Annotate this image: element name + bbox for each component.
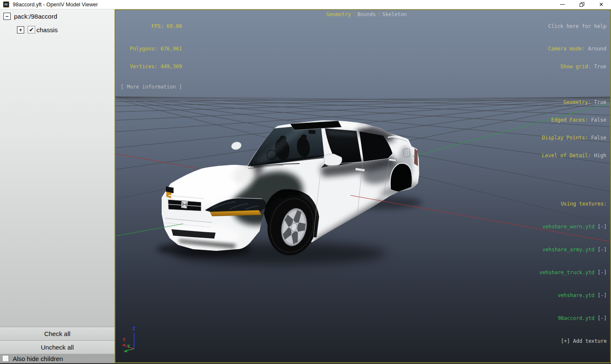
close-icon: ✕ <box>599 2 604 7</box>
also-hide-children-row[interactable]: Also hide children <box>0 354 115 363</box>
check-all-button[interactable]: Check all <box>0 327 115 340</box>
spacer <box>542 81 606 87</box>
model-tree-panel: − pack:/98accord + ✔ chassis Check all U… <box>0 9 115 363</box>
tree-item-chassis[interactable]: + ✔ chassis <box>17 26 58 33</box>
restore-icon <box>580 2 584 7</box>
texture-name: vehshare_worn.ytd <box>542 224 594 230</box>
remove-texture-button[interactable]: [-] <box>597 224 607 230</box>
texture-name: vehshare_army.ytd <box>542 247 594 253</box>
sidebar-footer: Check all Uncheck all Also hide children <box>0 327 115 363</box>
tab-separator: | <box>351 11 357 17</box>
tab-geometry[interactable]: Geometry <box>326 11 351 17</box>
texture-row: vehshare.ytd [-] <box>539 292 607 299</box>
3d-scene[interactable] <box>115 10 610 362</box>
also-hide-children-checkbox[interactable] <box>2 355 9 362</box>
more-information-link[interactable]: [ More information ] <box>120 84 182 90</box>
texture-row: vehshare_worn.ytd [-] <box>539 223 607 231</box>
setting-show-grid[interactable]: Show grid: True <box>542 64 606 69</box>
close-button[interactable]: ✕ <box>591 0 611 9</box>
render-stats: FPS: 60.08 Polygons: 676,961 Vertices: 4… <box>120 11 182 102</box>
window-controls: ✕ <box>552 0 611 9</box>
restore-button[interactable] <box>572 0 591 9</box>
openiv-model-viewer-window: IV 98accord.yft - OpenIV Model Viewer ✕ … <box>0 0 611 364</box>
minimize-icon <box>560 4 565 5</box>
axis-gizmo: Z X Y <box>115 322 156 362</box>
remove-texture-button[interactable]: [-] <box>597 315 607 321</box>
view-mode-tabs: Geometry|Bounds|Skeleton <box>115 11 610 17</box>
model-viewport[interactable]: FPS: 60.08 Polygons: 676,961 Vertices: 4… <box>115 9 611 363</box>
also-hide-children-label: Also hide children <box>13 355 63 362</box>
tab-separator: | <box>376 11 382 17</box>
texture-name: vehshare.ytd <box>558 292 594 298</box>
setting-level-of-detail[interactable]: Level of Detail: High <box>542 153 606 158</box>
setting-display-points[interactable]: Display Points: False <box>542 135 606 141</box>
tab-skeleton[interactable]: Skeleton <box>382 11 407 17</box>
add-texture-button[interactable]: [+] Add texture <box>539 337 607 345</box>
remove-texture-button[interactable]: [-] <box>597 292 607 298</box>
side-mirror-left <box>230 141 242 151</box>
gizmo-y-label: Y <box>127 344 130 349</box>
window-title: 98accord.yft - OpenIV Model Viewer <box>13 2 98 8</box>
polygon-count: Polygons: 676,961 <box>120 46 182 52</box>
texture-name: vehshare_truck.ytd <box>539 270 594 275</box>
setting-edged-faces[interactable]: Edged Faces: False <box>542 117 606 123</box>
texture-list-header: Using textures: <box>539 200 607 208</box>
uncheck-all-button[interactable]: Uncheck all <box>0 340 115 354</box>
texture-name: 98accord.ytd <box>558 315 594 321</box>
collapse-icon[interactable]: − <box>3 13 11 20</box>
tree-item-root[interactable]: − pack:/98accord <box>3 13 57 20</box>
texture-row: vehshare_truck.ytd [-] <box>539 269 607 276</box>
title-bar[interactable]: IV 98accord.yft - OpenIV Model Viewer ✕ <box>0 0 611 9</box>
help-link[interactable]: Click here for help <box>542 23 606 29</box>
tree-root-label: pack:/98accord <box>14 13 57 20</box>
remove-texture-button[interactable]: [-] <box>597 247 607 253</box>
setting-camera-mode[interactable]: Camera mode: Around <box>542 46 606 52</box>
viewer-settings: Click here for help Camera mode: Around … <box>542 11 606 170</box>
car-model-render <box>157 120 423 264</box>
gizmo-x-label: X <box>123 337 126 342</box>
chassis-checkbox[interactable]: ✔ <box>28 26 35 33</box>
tail-light <box>414 148 418 166</box>
expand-icon[interactable]: + <box>17 26 24 33</box>
tree-chassis-label: chassis <box>36 26 58 33</box>
remove-texture-button[interactable]: [-] <box>597 270 607 275</box>
gizmo-z-label: Z <box>132 326 135 331</box>
texture-list: Using textures: vehshare_worn.ytd [-] ve… <box>539 185 607 360</box>
vertex-count: Vertices: 449,309 <box>120 64 182 69</box>
texture-row: vehshare_army.ytd [-] <box>539 246 607 253</box>
minimize-button[interactable] <box>552 0 572 9</box>
setting-geometry[interactable]: Geometry: True <box>542 99 606 105</box>
fps-counter: FPS: 60.08 <box>120 23 182 29</box>
texture-row: 98accord.ytd [-] <box>539 314 607 322</box>
tab-bounds[interactable]: Bounds <box>357 11 376 17</box>
app-icon: IV <box>3 1 9 8</box>
